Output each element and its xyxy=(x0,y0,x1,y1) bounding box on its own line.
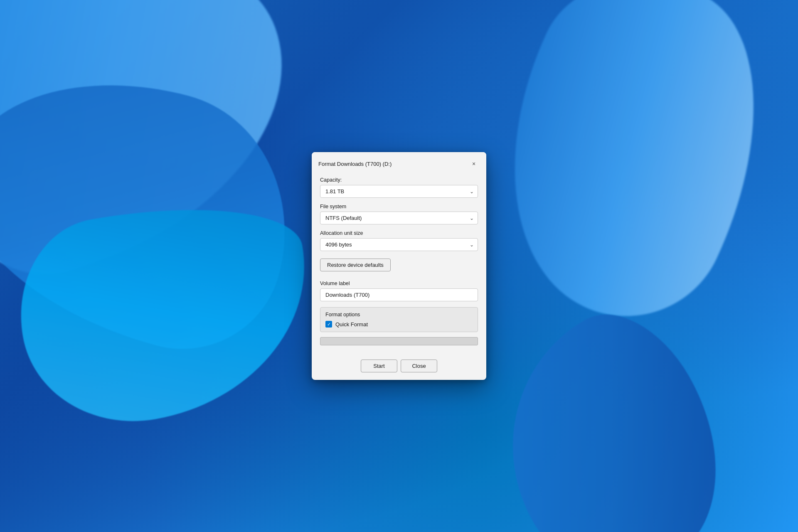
restore-group: Restore device defaults xyxy=(320,257,478,275)
close-button-footer[interactable]: Close xyxy=(401,360,437,372)
file-system-dropdown[interactable]: NTFS (Default) FAT32 exFAT xyxy=(320,212,478,224)
dialog-footer: Start Close xyxy=(312,360,486,380)
dialog-content: Capacity: 1.81 TB ⌄ File system NTFS (De… xyxy=(312,174,486,360)
dialog-title: Format Downloads (T700) (D:) xyxy=(318,161,392,167)
volume-label-input[interactable] xyxy=(320,288,478,301)
volume-label-group: Volume label xyxy=(320,281,478,301)
format-options-title: Format options xyxy=(325,312,473,318)
progress-area xyxy=(320,337,478,345)
restore-defaults-button[interactable]: Restore device defaults xyxy=(320,259,391,271)
checkmark-icon: ✓ xyxy=(327,322,331,327)
format-options-box: Format options ✓ Quick Format xyxy=(320,307,478,332)
file-system-group: File system NTFS (Default) FAT32 exFAT ⌄ xyxy=(320,204,478,224)
quick-format-row: ✓ Quick Format xyxy=(325,321,473,328)
quick-format-checkbox[interactable]: ✓ xyxy=(325,321,332,328)
allocation-unit-label: Allocation unit size xyxy=(320,230,478,236)
allocation-unit-group: Allocation unit size 512 bytes 1024 byte… xyxy=(320,230,478,251)
capacity-group: Capacity: 1.81 TB ⌄ xyxy=(320,177,478,198)
volume-label-label: Volume label xyxy=(320,281,478,286)
capacity-dropdown-wrapper: 1.81 TB ⌄ xyxy=(320,185,478,198)
allocation-unit-dropdown[interactable]: 512 bytes 1024 bytes 2048 bytes 4096 byt… xyxy=(320,238,478,251)
title-bar: Format Downloads (T700) (D:) × xyxy=(312,152,486,174)
capacity-dropdown[interactable]: 1.81 TB xyxy=(320,185,478,198)
file-system-dropdown-wrapper: NTFS (Default) FAT32 exFAT ⌄ xyxy=(320,212,478,224)
allocation-unit-dropdown-wrapper: 512 bytes 1024 bytes 2048 bytes 4096 byt… xyxy=(320,238,478,251)
progress-bar-track xyxy=(320,337,478,345)
quick-format-label: Quick Format xyxy=(335,321,368,328)
capacity-label: Capacity: xyxy=(320,177,478,183)
close-button-title[interactable]: × xyxy=(468,158,480,170)
dialog-overlay: Format Downloads (T700) (D:) × Capacity:… xyxy=(0,0,798,532)
format-dialog: Format Downloads (T700) (D:) × Capacity:… xyxy=(312,152,486,380)
start-button[interactable]: Start xyxy=(361,360,397,372)
file-system-label: File system xyxy=(320,204,478,209)
